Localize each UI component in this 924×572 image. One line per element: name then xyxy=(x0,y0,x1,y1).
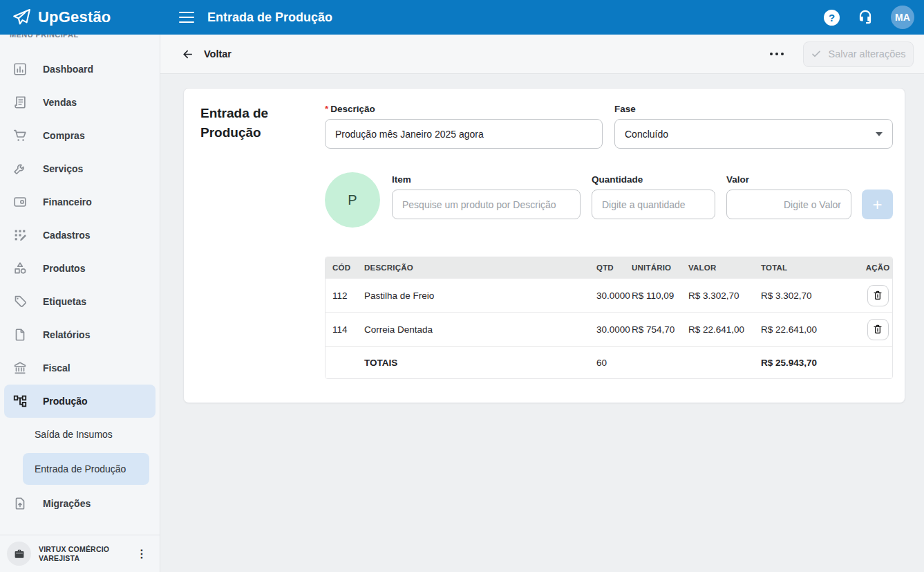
delete-row-button[interactable] xyxy=(867,285,889,306)
sidebar-item-produtos[interactable]: Produtos xyxy=(0,252,160,285)
add-item-button[interactable]: + xyxy=(862,190,893,219)
bar-chart-icon xyxy=(12,62,28,77)
sidebar-item-financeiro[interactable]: Financeiro xyxy=(0,185,160,219)
quantidade-label: Quantidade xyxy=(592,174,715,185)
quantidade-input[interactable] xyxy=(592,190,715,219)
items-table: CÓD DESCRIÇÃO QTD UNITÁRIO VALOR TOTAL A… xyxy=(325,257,893,379)
main-area: Voltar Salvar alterações Entrada de Prod… xyxy=(160,35,924,572)
sidebar-subitem-saida-de-insumos[interactable]: Saída de Insumos xyxy=(0,418,160,451)
card-form: *Descrição Fase Concluído P xyxy=(325,104,893,383)
page-title: Entrada de Produção xyxy=(207,10,332,25)
table-header-row: CÓD DESCRIÇÃO QTD UNITÁRIO VALOR TOTAL A… xyxy=(326,257,892,278)
tag-icon xyxy=(12,294,28,309)
company-name: VIRTUX COMÉRCIO VAREJISTA xyxy=(39,545,109,563)
sidebar-item-label: Etiquetas xyxy=(43,296,86,307)
totals-label: TOTAIS xyxy=(364,358,596,368)
cell-qtd: 30.0000 xyxy=(596,324,632,335)
valor-input[interactable] xyxy=(726,190,851,219)
sidebar-subitem-entrada-de-producao[interactable]: Entrada de Produção xyxy=(23,453,149,485)
sidebar-item-vendas[interactable]: Vendas xyxy=(0,86,160,119)
cell-total: R$ 22.641,00 xyxy=(761,324,863,335)
file-upload-icon xyxy=(12,496,28,511)
sidebar-item-label: Dashboard xyxy=(43,64,93,75)
sidebar-item-producao[interactable]: Produção xyxy=(4,385,155,418)
briefcase-icon xyxy=(7,542,31,566)
sidebar-item-label: Financeiro xyxy=(43,196,92,207)
grid-edit-icon xyxy=(12,228,28,243)
cell-cod: 114 xyxy=(332,324,364,335)
totals-qtd: 60 xyxy=(596,358,632,368)
support-agent-icon[interactable] xyxy=(856,8,874,26)
top-header: UpGestão Entrada de Produção ? MA xyxy=(0,0,924,35)
sidebar-item-label: Migrações xyxy=(43,498,91,509)
paper-plane-icon xyxy=(11,7,32,28)
fase-label: Fase xyxy=(614,104,893,114)
card-title: Entrada de Produção xyxy=(200,104,283,383)
kebab-menu-icon[interactable]: ⋮ xyxy=(131,546,153,562)
item-label: Item xyxy=(392,174,581,185)
workflow-tree-icon xyxy=(12,394,28,409)
wrench-icon xyxy=(12,161,28,176)
sidebar-item-cadastros[interactable]: Cadastros xyxy=(0,219,160,252)
trash-icon xyxy=(872,290,883,301)
back-button[interactable]: Voltar xyxy=(181,48,232,61)
menu-toggle-icon[interactable] xyxy=(179,12,194,23)
sidebar-item-etiquetas[interactable]: Etiquetas xyxy=(0,285,160,318)
chevron-down-icon xyxy=(876,132,883,136)
sidebar-item-relatorios[interactable]: Relatórios xyxy=(0,318,160,351)
shopping-cart-icon xyxy=(12,128,28,143)
fase-select[interactable]: Concluído xyxy=(614,119,893,149)
sidebar-item-label: Produção xyxy=(43,396,88,407)
sidebar: MENU PRINCIPAL Dashboard Vendas Compras … xyxy=(0,35,160,572)
arrow-left-icon xyxy=(181,48,194,61)
sidebar-item-label: Compras xyxy=(43,130,85,141)
cell-valor: R$ 3.302,70 xyxy=(688,290,761,301)
sidebar-item-label: Vendas xyxy=(43,97,77,108)
production-entry-card: Entrada de Produção *Descrição Fase Conc… xyxy=(183,88,905,403)
valor-label: Valor xyxy=(726,174,851,185)
sidebar-item-compras[interactable]: Compras xyxy=(0,119,160,152)
delete-row-button[interactable] xyxy=(867,319,889,340)
col-header-acao: AÇÃO xyxy=(863,264,892,272)
cell-descricao: Pastilha de Freio xyxy=(364,290,596,301)
col-header-total: TOTAL xyxy=(761,264,863,272)
item-search-input[interactable] xyxy=(392,190,581,219)
table-row: 112 Pastilha de Freio 30.0000 R$ 110,09 … xyxy=(326,278,892,312)
descricao-label: *Descrição xyxy=(325,104,603,114)
product-avatar: P xyxy=(325,172,380,228)
cell-cod: 112 xyxy=(332,290,364,301)
col-header-cod: CÓD xyxy=(332,264,364,272)
sidebar-item-servicos[interactable]: Serviços xyxy=(0,152,160,185)
cell-valor: R$ 22.641,00 xyxy=(688,324,761,335)
wallet-icon xyxy=(12,194,28,210)
cell-unitario: R$ 754,70 xyxy=(632,324,688,335)
totals-total: R$ 25.943,70 xyxy=(761,358,863,368)
company-switcher[interactable]: VIRTUX COMÉRCIO VAREJISTA ⋮ xyxy=(0,535,160,572)
user-avatar[interactable]: MA xyxy=(891,6,914,29)
toolbar: Voltar Salvar alterações xyxy=(160,35,924,74)
sidebar-item-label: Fiscal xyxy=(43,362,70,373)
sidebar-item-fiscal[interactable]: Fiscal xyxy=(0,351,160,385)
save-button[interactable]: Salvar alterações xyxy=(803,41,914,67)
cell-descricao: Correia Dentada xyxy=(364,324,596,335)
col-header-unitario: UNITÁRIO xyxy=(632,264,688,272)
sidebar-item-label: Cadastros xyxy=(43,230,90,241)
sidebar-item-dashboard[interactable]: Dashboard xyxy=(0,53,160,86)
shapes-icon xyxy=(12,261,28,276)
save-button-label: Salvar alterações xyxy=(828,48,905,59)
sidebar-item-label: Relatórios xyxy=(43,329,90,340)
help-icon[interactable]: ? xyxy=(824,10,840,26)
cell-total: R$ 3.302,70 xyxy=(761,290,863,301)
check-icon xyxy=(811,48,822,59)
bank-icon xyxy=(12,360,28,376)
brand-logo: UpGestão xyxy=(0,0,160,35)
back-label: Voltar xyxy=(204,48,232,59)
cell-unitario: R$ 110,09 xyxy=(632,290,688,301)
document-icon xyxy=(12,327,28,342)
descricao-input[interactable] xyxy=(325,119,603,149)
col-header-qtd: QTD xyxy=(596,264,632,272)
more-actions-icon[interactable] xyxy=(770,53,784,56)
sidebar-item-label: Serviços xyxy=(43,163,83,174)
sidebar-item-migracoes[interactable]: Migrações xyxy=(0,487,160,520)
col-header-descricao: DESCRIÇÃO xyxy=(364,264,596,272)
